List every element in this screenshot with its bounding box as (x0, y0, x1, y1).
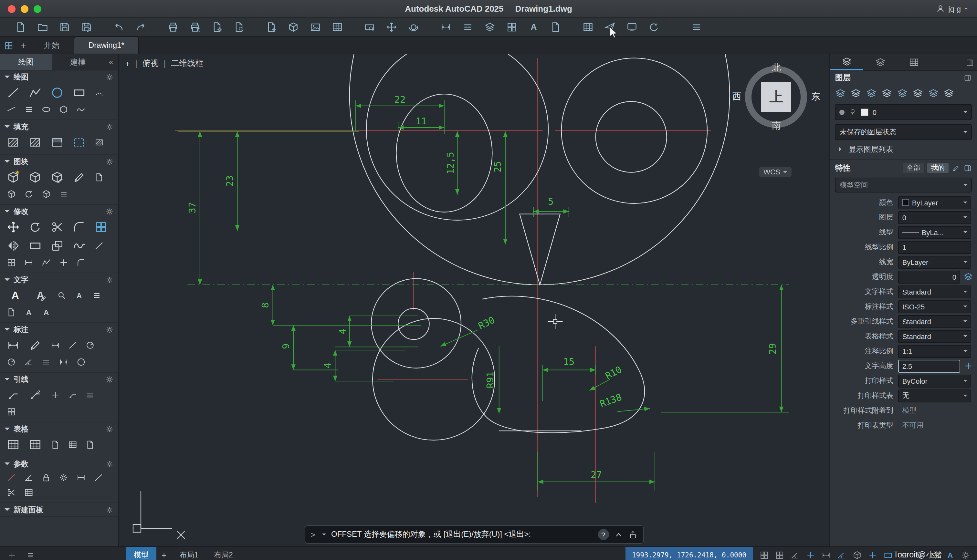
undo-button[interactable] (112, 21, 125, 33)
tool-dim-radius-button[interactable] (82, 338, 98, 352)
text-height-input[interactable]: 2.5 (899, 360, 960, 372)
viewcube-north[interactable]: 北 (772, 62, 781, 73)
layer-freeze-button[interactable] (865, 87, 879, 100)
pick-height-icon[interactable] (964, 361, 973, 371)
layer-lock-button[interactable] (880, 87, 894, 100)
print-setup-button[interactable] (189, 21, 202, 33)
wcs-dropdown[interactable]: WCS (759, 167, 792, 177)
tool-field-button[interactable] (82, 438, 98, 452)
linetype-scale-input[interactable]: 1 (899, 241, 971, 253)
tool-multileader-button[interactable] (3, 386, 23, 404)
dynamic-input-icon[interactable] (806, 550, 815, 560)
current-layer-select[interactable]: 0 (835, 104, 972, 120)
quick-select-button[interactable] (461, 21, 474, 33)
filter-all-button[interactable]: 全部 (903, 163, 924, 173)
gear-icon[interactable] (105, 325, 114, 333)
panel-tab-sheet[interactable] (897, 54, 931, 70)
tool-create-block-button[interactable] (25, 168, 45, 186)
infer-constraints-icon[interactable] (790, 550, 800, 560)
minimize-window-button[interactable] (21, 5, 28, 13)
tool-text-align-button[interactable] (88, 289, 104, 302)
checklist-button[interactable] (690, 21, 703, 33)
page-setup-button[interactable] (211, 21, 223, 33)
tool-mleader-edit-button[interactable] (25, 386, 45, 404)
help-button[interactable]: ? (598, 529, 609, 540)
collapse-triangle-icon[interactable] (5, 428, 10, 433)
tool-attribute-sync-button[interactable] (21, 187, 36, 201)
gear-icon[interactable] (105, 275, 114, 284)
tool-edit-attribute-button[interactable] (3, 187, 19, 201)
tool-gradient-button[interactable] (47, 134, 67, 151)
app-grid-button[interactable] (0, 37, 17, 53)
tool-stretch-button[interactable] (69, 237, 89, 255)
command-line[interactable]: >_ OFFSET 选择要偏移的对象，或 [退出(E)/放弃(U)] <退出>:… (304, 525, 644, 544)
panel-dock-icon[interactable] (964, 164, 972, 172)
palette-tab-draw[interactable]: 绘图 (0, 54, 52, 70)
transparency-slider-icon[interactable] (964, 272, 973, 282)
selection-cycling-icon[interactable] (930, 550, 940, 560)
plot-style-table-select[interactable]: 无 (899, 389, 971, 402)
lineweight-display-icon[interactable] (899, 550, 909, 560)
gear-icon[interactable] (105, 505, 114, 514)
tool-aligned-parameter-button[interactable] (90, 471, 106, 485)
tab-start[interactable]: 开始 (30, 37, 74, 53)
tool-move-button[interactable] (3, 218, 23, 236)
tool-dim-diameter-button[interactable] (3, 355, 19, 369)
tool-mtext-button[interactable] (3, 287, 27, 304)
tool-polyline-button[interactable] (25, 84, 45, 102)
orbit-button[interactable] (407, 21, 420, 33)
annotation-scale-icon[interactable] (945, 550, 955, 560)
tool-break-button[interactable] (38, 256, 53, 269)
palette-collapse-button[interactable]: « (104, 54, 118, 70)
tool-linear-parameter-button[interactable] (73, 471, 88, 485)
redo-button[interactable] (134, 21, 147, 33)
filter-mine-button[interactable]: 我的 (927, 163, 949, 173)
tool-write-block-button[interactable] (47, 168, 67, 186)
isometric-drafting-icon[interactable] (852, 550, 862, 560)
gear-icon[interactable] (105, 207, 114, 215)
user-account[interactable]: jq g (935, 4, 977, 13)
tool-export-table-button[interactable] (47, 438, 63, 452)
drawing-canvas[interactable]: 22 11 12,5 23 37 25 5 8 9 4 4 R30 R91 15… (119, 54, 829, 547)
text-style-button[interactable] (527, 21, 540, 33)
tool-leader-collect-button[interactable] (3, 405, 19, 418)
tool-extend-button[interactable] (21, 256, 36, 269)
tool-parameters-manager-button[interactable] (21, 486, 36, 499)
tool-table-style-button[interactable] (25, 436, 45, 453)
data-link-button[interactable] (331, 21, 344, 33)
view-direction-button[interactable]: 俯视 (142, 58, 158, 69)
refresh-view-button[interactable] (647, 21, 660, 33)
tool-boundary-button[interactable] (69, 134, 89, 151)
tool-block-editor-button[interactable] (69, 168, 89, 186)
tool-dim-linear-button[interactable] (47, 338, 63, 352)
viewport-menu-button[interactable]: + (125, 59, 130, 68)
tool-offset-button[interactable] (47, 237, 67, 255)
layer-properties-button[interactable] (483, 21, 496, 33)
tool-hatch-button[interactable] (3, 134, 23, 151)
tool-block-attach-button[interactable] (38, 187, 53, 201)
text-style-select[interactable]: Standard (899, 285, 971, 298)
zoom-window-button[interactable] (33, 5, 42, 13)
publish-button[interactable] (604, 21, 617, 33)
new-layout-button[interactable]: + (157, 550, 172, 560)
tool-erase-button[interactable] (91, 239, 107, 253)
viewcube-west[interactable]: 西 (732, 91, 742, 103)
collapse-triangle-icon[interactable] (5, 328, 10, 333)
linetype-select[interactable]: ByLa... (899, 226, 971, 239)
collapse-triangle-icon[interactable] (5, 278, 10, 283)
layer-isolate-button[interactable] (849, 87, 863, 100)
tool-dim-aligned-button[interactable] (65, 338, 80, 352)
customize-gear-icon[interactable] (961, 550, 970, 560)
tool-scale-button[interactable] (25, 237, 45, 255)
panel-options-icon[interactable] (964, 73, 972, 82)
tool-construction-line-button[interactable] (3, 103, 19, 116)
tool-constraint-settings-button[interactable] (55, 471, 71, 485)
new-tab-button[interactable]: + (17, 37, 30, 53)
tool-hatch-pattern-button[interactable] (25, 134, 45, 151)
plot-preview-button[interactable] (233, 21, 245, 33)
gear-icon[interactable] (105, 73, 114, 81)
viewport-table-button[interactable] (582, 21, 595, 33)
tool-polygon-button[interactable] (55, 103, 71, 116)
tool-dim-angular-button[interactable] (21, 355, 36, 369)
show-layer-list-button[interactable]: 显示图层列表 (830, 142, 977, 156)
